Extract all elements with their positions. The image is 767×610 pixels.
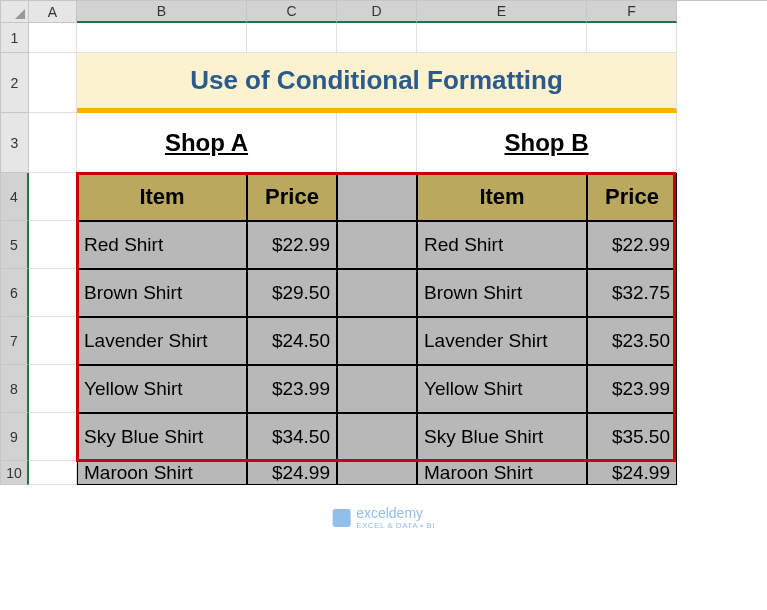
cell-F1[interactable] bbox=[587, 23, 677, 53]
cell-E8[interactable]: Yellow Shirt bbox=[417, 365, 587, 413]
cell-A10[interactable] bbox=[29, 461, 77, 485]
cell-C8[interactable]: $23.99 bbox=[247, 365, 337, 413]
cell-D1[interactable] bbox=[337, 23, 417, 53]
row-header-6[interactable]: 6 bbox=[1, 269, 29, 317]
watermark-icon bbox=[332, 509, 350, 527]
header-price-b[interactable]: Price bbox=[587, 173, 677, 221]
cell-C5[interactable]: $22.99 bbox=[247, 221, 337, 269]
cell-C6[interactable]: $29.50 bbox=[247, 269, 337, 317]
col-header-A[interactable]: A bbox=[29, 1, 77, 23]
cell-B9[interactable]: Sky Blue Shirt bbox=[77, 413, 247, 461]
col-header-F[interactable]: F bbox=[587, 1, 677, 23]
watermark: exceldemy EXCEL & DATA • BI bbox=[332, 505, 435, 530]
select-all-corner[interactable] bbox=[1, 1, 29, 23]
cell-C1[interactable] bbox=[247, 23, 337, 53]
header-item-b[interactable]: Item bbox=[417, 173, 587, 221]
cell-F6[interactable]: $32.75 bbox=[587, 269, 677, 317]
cell-E9[interactable]: Sky Blue Shirt bbox=[417, 413, 587, 461]
cell-A4[interactable] bbox=[29, 173, 77, 221]
title-cell[interactable]: Use of Conditional Formatting bbox=[77, 53, 677, 113]
row-header-2[interactable]: 2 bbox=[1, 53, 29, 113]
row-header-3[interactable]: 3 bbox=[1, 113, 29, 173]
cell-B8[interactable]: Yellow Shirt bbox=[77, 365, 247, 413]
row-header-10[interactable]: 10 bbox=[1, 461, 29, 485]
col-header-D[interactable]: D bbox=[337, 1, 417, 23]
cell-D8[interactable] bbox=[337, 365, 417, 413]
cell-F9[interactable]: $35.50 bbox=[587, 413, 677, 461]
header-item-a[interactable]: Item bbox=[77, 173, 247, 221]
col-header-C[interactable]: C bbox=[247, 1, 337, 23]
cell-A7[interactable] bbox=[29, 317, 77, 365]
cell-B5[interactable]: Red Shirt bbox=[77, 221, 247, 269]
cell-B10[interactable]: Maroon Shirt bbox=[77, 461, 247, 485]
cell-F5[interactable]: $22.99 bbox=[587, 221, 677, 269]
watermark-sub: EXCEL & DATA • BI bbox=[356, 521, 435, 530]
cell-C10[interactable]: $24.99 bbox=[247, 461, 337, 485]
cell-A9[interactable] bbox=[29, 413, 77, 461]
cell-B6[interactable]: Brown Shirt bbox=[77, 269, 247, 317]
cell-D5[interactable] bbox=[337, 221, 417, 269]
row-header-8[interactable]: 8 bbox=[1, 365, 29, 413]
cell-D4[interactable] bbox=[337, 173, 417, 221]
row-header-7[interactable]: 7 bbox=[1, 317, 29, 365]
cell-A1[interactable] bbox=[29, 23, 77, 53]
shop-b-header[interactable]: Shop B bbox=[417, 113, 677, 173]
header-price-a[interactable]: Price bbox=[247, 173, 337, 221]
cell-E1[interactable] bbox=[417, 23, 587, 53]
row-header-1[interactable]: 1 bbox=[1, 23, 29, 53]
cell-E7[interactable]: Lavender Shirt bbox=[417, 317, 587, 365]
row-header-4[interactable]: 4 bbox=[1, 173, 29, 221]
cell-D9[interactable] bbox=[337, 413, 417, 461]
cell-A5[interactable] bbox=[29, 221, 77, 269]
row-header-9[interactable]: 9 bbox=[1, 413, 29, 461]
cell-F7[interactable]: $23.50 bbox=[587, 317, 677, 365]
cell-C7[interactable]: $24.50 bbox=[247, 317, 337, 365]
cell-F8[interactable]: $23.99 bbox=[587, 365, 677, 413]
cell-A6[interactable] bbox=[29, 269, 77, 317]
cell-E10[interactable]: Maroon Shirt bbox=[417, 461, 587, 485]
cell-C9[interactable]: $34.50 bbox=[247, 413, 337, 461]
row-header-5[interactable]: 5 bbox=[1, 221, 29, 269]
cell-A2[interactable] bbox=[29, 53, 77, 113]
watermark-text: exceldemy bbox=[356, 505, 423, 521]
cell-D3[interactable] bbox=[337, 113, 417, 173]
spreadsheet-grid[interactable]: A B C D E F 1 2 Use of Conditional Forma… bbox=[0, 0, 767, 485]
cell-E5[interactable]: Red Shirt bbox=[417, 221, 587, 269]
cell-B7[interactable]: Lavender Shirt bbox=[77, 317, 247, 365]
col-header-E[interactable]: E bbox=[417, 1, 587, 23]
cell-F10[interactable]: $24.99 bbox=[587, 461, 677, 485]
cell-B1[interactable] bbox=[77, 23, 247, 53]
shop-a-header[interactable]: Shop A bbox=[77, 113, 337, 173]
cell-D7[interactable] bbox=[337, 317, 417, 365]
cell-D6[interactable] bbox=[337, 269, 417, 317]
cell-A8[interactable] bbox=[29, 365, 77, 413]
cell-A3[interactable] bbox=[29, 113, 77, 173]
cell-E6[interactable]: Brown Shirt bbox=[417, 269, 587, 317]
cell-D10[interactable] bbox=[337, 461, 417, 485]
col-header-B[interactable]: B bbox=[77, 1, 247, 23]
